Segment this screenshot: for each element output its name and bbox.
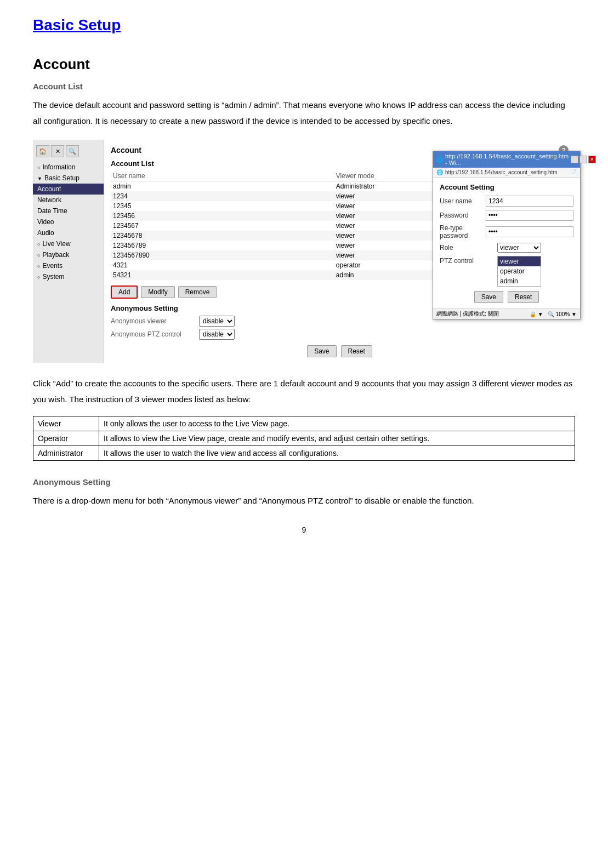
popup-retype-input[interactable] <box>486 226 573 237</box>
anon-viewer-select[interactable]: disable enable <box>199 316 235 327</box>
account-username: 54321 <box>111 270 334 280</box>
popup-reset-button[interactable]: Reset <box>508 291 539 303</box>
account-username: 123456789 <box>111 241 334 250</box>
anon-viewer-label: Anonymous viewer <box>111 317 196 325</box>
nav-icon-close[interactable]: ✕ <box>51 145 64 157</box>
col-username: User name <box>111 171 334 181</box>
nav-item-network[interactable]: Network <box>33 195 104 205</box>
popup-password-label: Password <box>440 212 486 219</box>
account-username: 1234 <box>111 191 334 201</box>
popup-titlebar: 🌐 http://192.168.1.54/basic_account_sett… <box>433 151 580 168</box>
reset-button[interactable]: Reset <box>341 345 372 357</box>
viewer-role: Operator <box>33 431 99 446</box>
nav-item-system[interactable]: System <box>33 271 104 282</box>
popup-password-input[interactable] <box>486 210 573 221</box>
modify-button[interactable]: Modify <box>141 286 174 298</box>
popup-maximize-btn[interactable]: □ <box>579 156 587 163</box>
add-button[interactable]: Add <box>111 285 138 299</box>
popup-role-label: Role <box>440 243 497 252</box>
account-username: 12345 <box>111 201 334 211</box>
popup-minimize-btn[interactable]: _ <box>571 156 578 163</box>
nav-item-datetime[interactable]: Date Time <box>33 205 104 216</box>
anon-ptz-row: Anonymous PTZ control disable enable <box>111 329 569 340</box>
popup-nav-icon: 📄 <box>570 169 577 175</box>
account-body-text-1: The device default account and password … <box>33 98 575 129</box>
popup-section-title: Account Setting <box>440 183 573 191</box>
account-heading: Account <box>33 56 575 73</box>
nav-item-basic-setup[interactable]: Basic Setup <box>33 173 104 184</box>
account-list-subheading: Account List <box>33 82 575 91</box>
table-row: OperatorIt allows to view the Live View … <box>33 431 575 446</box>
popup-ptz-label: PTZ control <box>440 256 497 265</box>
remove-button[interactable]: Remove <box>178 286 217 298</box>
viewer-role: Viewer <box>33 416 99 431</box>
nav-panel: 🏠 ✕ 🔍 Information Basic Setup Account Ne… <box>33 140 104 363</box>
viewer-description: It only allows the user to access to the… <box>99 416 575 431</box>
popup-save-button[interactable]: Save <box>474 291 503 303</box>
account-username: 12345678 <box>111 231 334 241</box>
nav-item-audio[interactable]: Audio <box>33 227 104 238</box>
popup-retype-label: Re-type password <box>440 224 486 239</box>
nav-bullet-playback <box>37 252 40 258</box>
popup-role-row: Role viewer operator admin <box>440 243 573 253</box>
popup-role-option-viewer[interactable]: viewer <box>498 256 541 266</box>
viewer-description: It allows to view the Live View page, cr… <box>99 431 575 446</box>
nav-item-playback[interactable]: Playback <box>33 249 104 260</box>
table-row: AdministratorIt allows the user to watch… <box>33 446 575 461</box>
viewer-role: Administrator <box>33 446 99 461</box>
popup-ptz-row: PTZ control viewer operator admin <box>440 256 573 287</box>
nav-icon-home[interactable]: 🏠 <box>36 145 49 157</box>
nav-bullet-events <box>37 263 40 269</box>
anon-setting-body-text: There is a drop-down menu for both “Anon… <box>33 493 575 509</box>
account-username: 123456 <box>111 211 334 221</box>
popup-username-row: User name <box>440 196 573 207</box>
popup-password-row: Password <box>440 210 573 221</box>
section-account: Account Account List The device default … <box>33 56 575 509</box>
popup-role-select[interactable]: viewer operator admin <box>497 243 541 253</box>
screenshot-container: 🏠 ✕ 🔍 Information Basic Setup Account Ne… <box>33 140 575 363</box>
popup-ptz-dropdown-open: viewer operator admin <box>497 256 541 287</box>
viewer-modes-table: ViewerIt only allows the user to access … <box>33 416 575 461</box>
anon-setting-heading: Anonymous Setting <box>33 477 575 487</box>
nav-item-information[interactable]: Information <box>33 162 104 173</box>
popup-retype-row: Re-type password <box>440 224 573 239</box>
popup-role-select-container: viewer operator admin <box>497 243 541 253</box>
nav-bullet-basic-setup <box>37 175 42 181</box>
nav-icon-search[interactable]: 🔍 <box>66 145 79 157</box>
page-number: 9 <box>33 526 575 534</box>
anon-ptz-select[interactable]: disable enable <box>199 329 235 340</box>
nav-bullet-information <box>37 164 40 170</box>
popup-username-input[interactable] <box>486 196 573 207</box>
save-button[interactable]: Save <box>307 345 336 357</box>
nav-item-account[interactable]: Account <box>33 184 104 195</box>
popup-role-option-operator[interactable]: operator <box>498 266 541 276</box>
popup-url-text: http://192.168.1.54/basic_account_settin… <box>445 169 568 175</box>
nav-item-events[interactable]: Events <box>33 260 104 271</box>
nav-item-live-view[interactable]: Live View <box>33 238 104 249</box>
account-username: 4321 <box>111 260 334 270</box>
popup-title-text: http://192.168.1.54/basic_account_settin… <box>445 153 569 166</box>
save-reset-row: Save Reset <box>111 345 569 357</box>
account-username: 1234567890 <box>111 250 334 260</box>
popup-content: Account Setting User name Password Re-ty… <box>433 178 580 309</box>
popup-username-label: User name <box>440 197 486 205</box>
popup-window-controls: _ □ ✕ <box>571 156 596 163</box>
nav-icon-row: 🏠 ✕ 🔍 <box>33 143 104 159</box>
account-username: 1234567 <box>111 221 334 231</box>
nav-bullet-system <box>37 274 40 280</box>
nav-bullet-live-view <box>37 241 40 247</box>
account-username: admin <box>111 181 334 192</box>
popup-zoom: 🔒 ▼ 🔍 100% ▼ <box>530 311 577 317</box>
anon-ptz-label: Anonymous PTZ control <box>111 330 196 338</box>
popup-status-bar: 網際網路 | 保護模式: 關閉 🔒 ▼ 🔍 100% ▼ <box>433 309 580 319</box>
popup-role-option-admin[interactable]: admin <box>498 276 541 286</box>
nav-item-video[interactable]: Video <box>33 216 104 227</box>
popup-url-bar: 🌐 http://192.168.1.54/basic_account_sett… <box>433 168 580 178</box>
popup-status-text: 網際網路 | 保護模式: 關閉 <box>436 310 499 318</box>
page-title: Basic Setup <box>33 16 575 34</box>
viewer-description: It allows the user to watch the live vie… <box>99 446 575 461</box>
table-row: ViewerIt only allows the user to access … <box>33 416 575 431</box>
popup-close-btn[interactable]: ✕ <box>588 156 596 163</box>
main-panel: Account ? Account List User name Viewer … <box>104 140 575 363</box>
account-body-text-2: Click “Add” to create the accounts to th… <box>33 376 575 407</box>
